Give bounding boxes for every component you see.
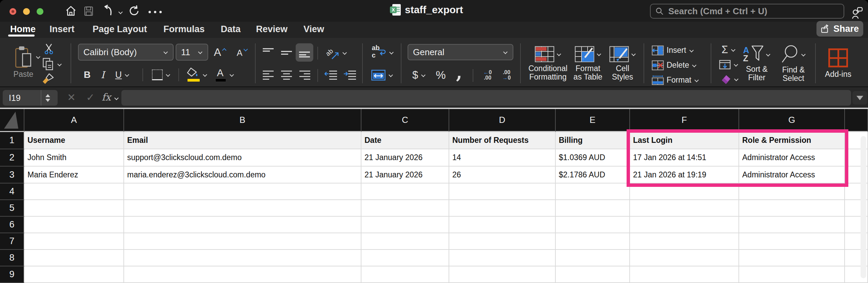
more-commands-icon[interactable] bbox=[149, 11, 162, 13]
cell-G6[interactable] bbox=[739, 217, 845, 233]
tab-home[interactable]: Home bbox=[10, 24, 36, 35]
cell-A1[interactable]: Username bbox=[24, 132, 124, 149]
column-header-C[interactable]: C bbox=[361, 109, 449, 132]
redo-button[interactable] bbox=[129, 5, 139, 16]
cell-G4[interactable] bbox=[739, 183, 845, 200]
underline-chevron[interactable] bbox=[124, 73, 130, 77]
sort-filter-button[interactable]: A Z Sort & Filter bbox=[741, 43, 772, 85]
column-header-E[interactable]: E bbox=[556, 109, 630, 132]
align-center-button[interactable] bbox=[279, 68, 294, 82]
name-box-spinner[interactable] bbox=[41, 90, 54, 106]
percent-button[interactable]: % bbox=[433, 68, 449, 83]
row-header-6[interactable]: 6 bbox=[0, 217, 24, 233]
cell-A6[interactable] bbox=[24, 217, 124, 233]
currency-chevron[interactable] bbox=[421, 73, 426, 77]
cell-E6[interactable] bbox=[556, 217, 630, 233]
fill-button[interactable] bbox=[717, 58, 741, 71]
undo-button[interactable] bbox=[102, 5, 113, 16]
addins-button[interactable]: Add-ins bbox=[822, 43, 854, 85]
cell-styles-chevron[interactable] bbox=[631, 52, 636, 56]
merge-center-button[interactable] bbox=[368, 68, 397, 83]
formula-input[interactable] bbox=[121, 90, 851, 106]
row-header-9[interactable]: 9 bbox=[0, 266, 24, 283]
column-header-partial[interactable] bbox=[845, 109, 868, 132]
cell-C1[interactable]: Date bbox=[361, 132, 449, 149]
cell-G9[interactable] bbox=[739, 266, 845, 283]
cell-A5[interactable] bbox=[24, 200, 124, 217]
cell-E3[interactable]: $2.1786 AUD bbox=[556, 167, 630, 183]
cell-G5[interactable] bbox=[739, 200, 845, 217]
clear-chevron[interactable] bbox=[734, 77, 739, 81]
cell-E8[interactable] bbox=[556, 250, 630, 266]
cancel-entry-icon[interactable]: ✕ bbox=[67, 91, 76, 103]
format-as-table-button[interactable]: Format as Table bbox=[570, 43, 606, 85]
cell-E7[interactable] bbox=[556, 233, 630, 250]
cell-B2[interactable]: support@3clickscloud.com.demo bbox=[124, 149, 361, 167]
cell-D9[interactable] bbox=[449, 266, 556, 283]
delete-cells-chevron[interactable] bbox=[692, 63, 697, 67]
name-box-input[interactable] bbox=[3, 93, 41, 103]
cell-C8[interactable] bbox=[361, 250, 449, 266]
bold-button[interactable]: B bbox=[81, 68, 94, 82]
tab-formulas[interactable]: Formulas bbox=[163, 24, 205, 35]
cell-B4[interactable] bbox=[124, 183, 361, 200]
row-header-7[interactable]: 7 bbox=[0, 233, 24, 250]
cut-button[interactable] bbox=[43, 43, 55, 55]
cell-B8[interactable] bbox=[124, 250, 361, 266]
italic-button[interactable]: I bbox=[96, 68, 109, 82]
tab-insert[interactable]: Insert bbox=[50, 24, 75, 35]
find-select-button[interactable]: Find & Select bbox=[776, 43, 811, 85]
column-header-B[interactable]: B bbox=[124, 109, 361, 132]
comma-style-button[interactable]: , bbox=[452, 65, 467, 80]
minimize-button[interactable] bbox=[23, 8, 30, 15]
formula-bar-expand-button[interactable] bbox=[852, 91, 867, 105]
format-as-table-chevron[interactable] bbox=[596, 52, 601, 56]
align-middle-button[interactable] bbox=[279, 46, 294, 60]
insert-cells-chevron[interactable] bbox=[689, 48, 694, 52]
cell-E9[interactable] bbox=[556, 266, 630, 283]
increase-indent-button[interactable] bbox=[342, 68, 358, 82]
cell-C9[interactable] bbox=[361, 266, 449, 283]
cell-D8[interactable] bbox=[449, 250, 556, 266]
format-cells-button[interactable]: Format bbox=[652, 74, 705, 87]
column-header-G[interactable]: G bbox=[739, 109, 845, 132]
paste-menu-chevron[interactable] bbox=[36, 55, 41, 59]
save-icon[interactable] bbox=[84, 6, 93, 16]
insert-function-chevron[interactable] bbox=[114, 96, 119, 100]
clear-button[interactable] bbox=[717, 72, 741, 86]
name-box[interactable] bbox=[3, 90, 58, 106]
conditional-formatting-button[interactable]: Conditional Formatting bbox=[526, 43, 570, 85]
tab-review[interactable]: Review bbox=[256, 24, 288, 35]
insert-cells-button[interactable]: Insert bbox=[652, 44, 705, 57]
cell-F6[interactable] bbox=[630, 217, 739, 233]
cell-B3[interactable]: maria.enderez@3clickscloud.com.demo bbox=[124, 167, 361, 183]
cell-styles-button[interactable]: Cell Styles bbox=[606, 43, 639, 85]
row-header-3[interactable]: 3 bbox=[0, 167, 24, 183]
cell-F4[interactable] bbox=[630, 183, 739, 200]
font-size-select[interactable]: 11 bbox=[176, 44, 208, 61]
copy-button[interactable] bbox=[41, 58, 55, 71]
cell-E2[interactable]: $1.0369 AUD bbox=[556, 149, 630, 167]
cell-G1[interactable]: Role & Permission bbox=[739, 132, 845, 149]
font-color-chevron[interactable] bbox=[229, 73, 234, 77]
font-color-button[interactable]: A bbox=[212, 67, 237, 83]
borders-button[interactable] bbox=[149, 68, 174, 82]
cell-F9[interactable] bbox=[630, 266, 739, 283]
paste-button[interactable]: Paste bbox=[5, 41, 41, 84]
share-button[interactable]: Share bbox=[816, 21, 863, 37]
search-input[interactable] bbox=[668, 6, 839, 17]
shrink-font-button[interactable]: A bbox=[234, 46, 251, 60]
cell-G3[interactable]: Administrator Access bbox=[739, 167, 845, 183]
cell-G2[interactable]: Administrator Access bbox=[739, 149, 845, 167]
cell-C6[interactable] bbox=[361, 217, 449, 233]
increase-decimal-button[interactable]: ←0 .00 bbox=[478, 68, 497, 83]
cell-D3[interactable]: 26 bbox=[449, 167, 556, 183]
column-header-F[interactable]: F bbox=[630, 109, 739, 132]
vertical-scrollbar[interactable] bbox=[861, 136, 866, 278]
fill-chevron[interactable] bbox=[733, 63, 738, 67]
cell-A9[interactable] bbox=[24, 266, 124, 283]
undo-menu-chevron[interactable] bbox=[118, 10, 123, 14]
font-name-select[interactable]: Calibri (Body) bbox=[78, 44, 174, 61]
cell-F7[interactable] bbox=[630, 233, 739, 250]
cell-B1[interactable]: Email bbox=[124, 132, 361, 149]
